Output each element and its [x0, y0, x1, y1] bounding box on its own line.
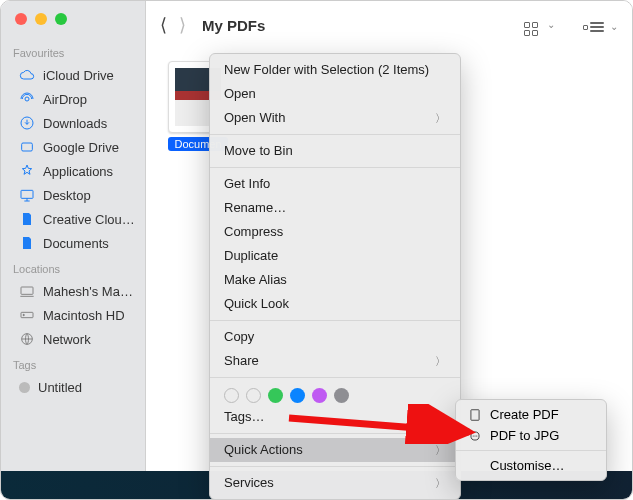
menu-quick-look[interactable]: Quick Look — [210, 292, 460, 316]
submenu-label: Create PDF — [490, 407, 559, 422]
menu-separator — [456, 450, 606, 451]
menu-separator — [210, 167, 460, 168]
chevron-down-icon: ⌄ — [608, 21, 618, 32]
sidebar-item-label: AirDrop — [43, 92, 87, 107]
menu-label: Share — [224, 352, 259, 370]
svg-point-0 — [25, 97, 29, 101]
chevron-down-icon: ⌄ — [545, 19, 555, 30]
menu-move-to-bin[interactable]: Move to Bin — [210, 139, 460, 163]
minimize-button[interactable] — [35, 13, 47, 25]
sidebar-item-label: Untitled — [38, 380, 82, 395]
chevron-right-icon: 〉 — [435, 474, 446, 492]
sidebar-item-googledrive[interactable]: Google Drive — [1, 135, 145, 159]
sidebar: Favourites iCloud Drive AirDrop Download… — [1, 1, 146, 499]
sidebar-item-label: Documents — [43, 236, 109, 251]
menu-open[interactable]: Open — [210, 82, 460, 106]
chevron-right-icon: 〉 — [435, 109, 446, 127]
sidebar-item-label: Google Drive — [43, 140, 119, 155]
menu-label: Copy — [224, 328, 254, 346]
tag-color-dot — [19, 382, 30, 393]
forward-button[interactable]: ⟩ — [179, 14, 186, 36]
page-title: My PDFs — [202, 17, 265, 34]
tag-gray[interactable] — [334, 388, 349, 403]
svg-point-13 — [476, 435, 477, 436]
sidebar-item-documents[interactable]: Documents — [1, 231, 145, 255]
section-favourites: Favourites — [1, 39, 145, 63]
submenu-label: PDF to JPG — [490, 428, 559, 443]
section-locations: Locations — [1, 255, 145, 279]
sidebar-item-tag-untitled[interactable]: Untitled — [1, 375, 145, 399]
quick-actions-submenu: Create PDF PDF to JPG Customise… — [455, 399, 607, 481]
sidebar-item-label: Downloads — [43, 116, 107, 131]
tag-blue[interactable] — [290, 388, 305, 403]
menu-make-alias[interactable]: Make Alias — [210, 268, 460, 292]
tag-purple[interactable] — [312, 388, 327, 403]
tag-none[interactable] — [224, 388, 239, 403]
menu-new-folder[interactable]: New Folder with Selection (2 Items) — [210, 58, 460, 82]
window-controls — [1, 13, 145, 39]
menu-open-with[interactable]: Open With〉 — [210, 106, 460, 130]
menu-compress[interactable]: Compress — [210, 220, 460, 244]
svg-rect-3 — [21, 190, 33, 198]
menu-separator — [210, 433, 460, 434]
sidebar-item-desktop[interactable]: Desktop — [1, 183, 145, 207]
sidebar-item-label: iCloud Drive — [43, 68, 114, 83]
menu-label: Services — [224, 474, 274, 492]
menu-copy[interactable]: Copy — [210, 325, 460, 349]
menu-label: Open With — [224, 109, 285, 127]
menu-quick-actions[interactable]: Quick Actions〉 — [210, 438, 460, 462]
menu-separator — [210, 466, 460, 467]
chevron-right-icon: 〉 — [435, 441, 446, 459]
menu-tag-colors — [210, 382, 460, 405]
menu-label: Get Info — [224, 175, 270, 193]
svg-rect-4 — [21, 287, 33, 294]
menu-services[interactable]: Services〉 — [210, 471, 460, 495]
menu-separator — [210, 320, 460, 321]
sidebar-item-applications[interactable]: Applications — [1, 159, 145, 183]
sidebar-item-label: Mahesh's Ma… — [43, 284, 133, 299]
menu-label: New Folder with Selection (2 Items) — [224, 61, 429, 79]
back-button[interactable]: ⟨ — [160, 14, 167, 36]
finder-window: Favourites iCloud Drive AirDrop Download… — [0, 0, 633, 500]
sidebar-item-label: Applications — [43, 164, 113, 179]
svg-point-11 — [473, 435, 474, 436]
tag-none-2[interactable] — [246, 388, 261, 403]
menu-tags[interactable]: Tags… — [210, 405, 460, 429]
section-tags: Tags — [1, 351, 145, 375]
menu-label: Tags… — [224, 408, 264, 426]
sidebar-item-macintoshhd[interactable]: Macintosh HD — [1, 303, 145, 327]
sidebar-item-label: Creative Clou… — [43, 212, 135, 227]
menu-share[interactable]: Share〉 — [210, 349, 460, 373]
sidebar-item-network[interactable]: Network — [1, 327, 145, 351]
menu-label: Move to Bin — [224, 142, 293, 160]
sidebar-item-creativecloud[interactable]: Creative Clou… — [1, 207, 145, 231]
sidebar-item-downloads[interactable]: Downloads — [1, 111, 145, 135]
sidebar-item-mac[interactable]: Mahesh's Ma… — [1, 279, 145, 303]
sidebar-item-airdrop[interactable]: AirDrop — [1, 87, 145, 111]
zoom-button[interactable] — [55, 13, 67, 25]
submenu-create-pdf[interactable]: Create PDF — [456, 404, 606, 425]
svg-rect-2 — [22, 143, 33, 151]
menu-label: Duplicate — [224, 247, 278, 265]
tag-green[interactable] — [268, 388, 283, 403]
sidebar-item-icloud[interactable]: iCloud Drive — [1, 63, 145, 87]
group-icon — [583, 20, 604, 34]
close-button[interactable] — [15, 13, 27, 25]
svg-point-12 — [474, 435, 475, 436]
menu-label: Make Alias — [224, 271, 287, 289]
menu-duplicate[interactable]: Duplicate — [210, 244, 460, 268]
svg-point-6 — [23, 314, 24, 315]
menu-rename[interactable]: Rename… — [210, 196, 460, 220]
sidebar-item-label: Network — [43, 332, 91, 347]
menu-get-info[interactable]: Get Info — [210, 172, 460, 196]
svg-rect-9 — [471, 409, 479, 420]
workflow-icon — [468, 429, 482, 443]
view-grid-button[interactable]: ⌄ — [524, 14, 554, 36]
submenu-pdf-to-jpg[interactable]: PDF to JPG — [456, 425, 606, 446]
menu-separator — [210, 377, 460, 378]
pdf-icon — [468, 408, 482, 422]
grid-icon — [524, 22, 540, 36]
submenu-customise[interactable]: Customise… — [456, 455, 606, 476]
group-button[interactable]: ⌄ — [583, 16, 618, 35]
menu-label: Quick Actions — [224, 441, 303, 459]
